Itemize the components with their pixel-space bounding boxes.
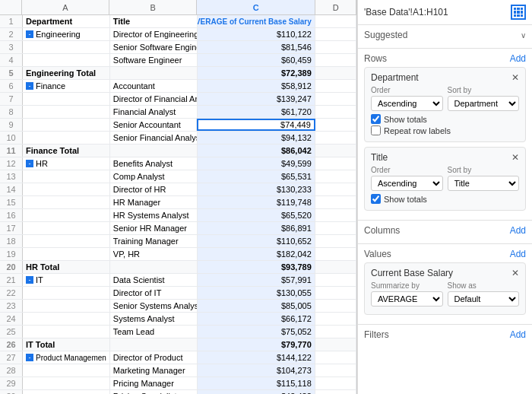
cell-b[interactable]: Pricing Manager bbox=[110, 377, 198, 389]
cell-a[interactable]: -HR bbox=[23, 157, 110, 170]
current-base-salary-close-button[interactable]: ✕ bbox=[511, 268, 519, 278]
cell-d[interactable] bbox=[315, 67, 356, 79]
table-row[interactable]: 6 -Finance Accountant $58,912 bbox=[0, 80, 356, 93]
table-row[interactable]: 17 Senior HR Manager $86,891 bbox=[0, 222, 356, 235]
cell-c[interactable]: $57,991 bbox=[198, 274, 315, 286]
table-row[interactable]: 10 Senior Financial Analyst $94,132 bbox=[0, 132, 356, 145]
cell-c[interactable]: $85,005 bbox=[198, 300, 315, 312]
cell-d[interactable] bbox=[315, 351, 356, 364]
cell-a[interactable] bbox=[23, 248, 110, 260]
table-row[interactable]: 3 Senior Software Engineer $81,546 bbox=[0, 41, 356, 54]
cell-d[interactable] bbox=[315, 145, 356, 157]
cell-a[interactable] bbox=[23, 183, 110, 195]
table-row[interactable]: 4 Software Engineer $60,459 bbox=[0, 54, 356, 67]
cell-b[interactable]: Senior Accountant bbox=[110, 119, 198, 131]
cell-c[interactable]: $65,520 bbox=[198, 209, 315, 221]
cell-c[interactable]: $58,912 bbox=[198, 80, 315, 92]
table-row[interactable]: 27 -Product Managemen Director of Produc… bbox=[0, 351, 356, 364]
title-order-select[interactable]: Ascending Descending bbox=[371, 176, 443, 191]
cell-a[interactable] bbox=[23, 326, 110, 338]
cell-d[interactable] bbox=[315, 274, 356, 286]
summarize-select[interactable]: AVERAGE SUM COUNT bbox=[371, 291, 443, 307]
cell-b[interactable]: Senior HR Manager bbox=[110, 222, 198, 234]
cell-d[interactable] bbox=[315, 287, 356, 299]
table-row[interactable]: 1 Department Title AVERAGE of Current Ba… bbox=[0, 15, 356, 28]
table-row[interactable]: 2 -Engineering Director of Engineering $… bbox=[0, 28, 356, 41]
cell-c[interactable]: $60,459 bbox=[198, 54, 315, 66]
table-row[interactable]: 19 VP, HR $182,042 bbox=[0, 248, 356, 261]
cell-c[interactable]: $81,546 bbox=[198, 41, 315, 53]
cell-d[interactable] bbox=[315, 326, 356, 338]
cell-b[interactable]: Accountant bbox=[110, 80, 198, 92]
department-close-button[interactable]: ✕ bbox=[511, 72, 519, 83]
cell-b[interactable]: Director of Product bbox=[110, 351, 198, 364]
cell-a[interactable] bbox=[23, 132, 110, 144]
table-row[interactable]: 13 Comp Analyst $65,531 bbox=[0, 170, 356, 183]
cell-a[interactable] bbox=[23, 54, 110, 66]
cell-c[interactable]: $115,118 bbox=[198, 377, 315, 389]
cell-a[interactable] bbox=[23, 196, 110, 208]
collapse-icon[interactable]: - bbox=[26, 276, 33, 284]
cell-d[interactable] bbox=[315, 209, 356, 221]
cell-a[interactable] bbox=[23, 313, 110, 325]
table-row[interactable]: 23 Senior Systems Analyst $85,005 bbox=[0, 300, 356, 313]
cell-b[interactable]: Team Lead bbox=[110, 326, 198, 338]
cell-d[interactable] bbox=[315, 183, 356, 195]
cell-a[interactable]: Department bbox=[23, 15, 110, 27]
cell-b[interactable]: Marketing Manager bbox=[110, 364, 198, 377]
cell-c[interactable]: $104,273 bbox=[198, 364, 315, 377]
cell-c[interactable]: $66,172 bbox=[198, 313, 315, 325]
cell-b[interactable]: Pricing Specialist bbox=[110, 390, 198, 394]
cell-d[interactable] bbox=[315, 196, 356, 208]
cell-d[interactable] bbox=[315, 54, 356, 66]
cell-b[interactable]: HR Manager bbox=[110, 196, 198, 208]
cell-b[interactable]: Director of Financial Analysis bbox=[110, 93, 198, 105]
cell-b[interactable]: Data Scientist bbox=[110, 274, 198, 286]
cell-d[interactable] bbox=[315, 248, 356, 260]
cell-b[interactable] bbox=[110, 145, 198, 157]
cell-a[interactable]: -Finance bbox=[23, 80, 110, 92]
table-row[interactable]: 16 HR Systems Analyst $65,520 bbox=[0, 209, 356, 222]
table-row[interactable]: 30 Pricing Specialist $43,433 bbox=[0, 390, 356, 394]
cell-c[interactable]: $144,122 bbox=[198, 351, 315, 364]
cell-c[interactable]: $94,132 bbox=[198, 132, 315, 144]
cell-a[interactable] bbox=[23, 106, 110, 118]
cell-b[interactable]: Training Manager bbox=[110, 235, 198, 247]
cell-a[interactable]: HR Total bbox=[23, 261, 110, 273]
table-row[interactable]: 20 HR Total $93,789 bbox=[0, 261, 356, 274]
department-sortby-select[interactable]: Department Value bbox=[448, 96, 520, 111]
table-row[interactable]: 28 Marketing Manager $104,273 bbox=[0, 364, 356, 377]
cell-c[interactable]: $93,789 bbox=[198, 261, 315, 273]
cell-a[interactable] bbox=[23, 364, 110, 377]
title-show-totals-checkbox[interactable] bbox=[371, 194, 381, 204]
cell-a[interactable]: Finance Total bbox=[23, 145, 110, 157]
table-row[interactable]: 21 -IT Data Scientist $57,991 bbox=[0, 274, 356, 287]
cell-c[interactable]: $182,042 bbox=[198, 248, 315, 260]
cell-b[interactable] bbox=[110, 338, 198, 351]
table-row[interactable]: 25 Team Lead $75,052 bbox=[0, 326, 356, 338]
cell-d[interactable] bbox=[315, 261, 356, 273]
cell-d[interactable] bbox=[315, 80, 356, 92]
table-row[interactable]: 29 Pricing Manager $115,118 bbox=[0, 377, 356, 390]
cell-a[interactable] bbox=[23, 119, 110, 131]
cell-c[interactable]: $110,122 bbox=[198, 28, 315, 40]
cell-d[interactable] bbox=[315, 338, 356, 351]
table-row[interactable]: 5 Engineering Total $72,389 bbox=[0, 67, 356, 80]
cell-c[interactable]: $139,247 bbox=[198, 93, 315, 105]
collapse-icon[interactable]: - bbox=[26, 30, 33, 38]
title-close-button[interactable]: ✕ bbox=[511, 152, 519, 163]
table-row[interactable]: 11 Finance Total $86,042 bbox=[0, 145, 356, 157]
cell-b[interactable]: HR Systems Analyst bbox=[110, 209, 198, 221]
cell-b[interactable]: VP, HR bbox=[110, 248, 198, 260]
cell-d[interactable] bbox=[315, 313, 356, 325]
cell-b[interactable]: Senior Software Engineer bbox=[110, 41, 198, 53]
cell-d[interactable] bbox=[315, 222, 356, 234]
cell-d[interactable] bbox=[315, 106, 356, 118]
cell-a[interactable] bbox=[23, 170, 110, 183]
grid-icon[interactable] bbox=[511, 5, 526, 20]
cell-a[interactable]: -Engineering bbox=[23, 28, 110, 40]
cell-b[interactable] bbox=[110, 261, 198, 273]
cell-c[interactable]: $86,891 bbox=[198, 222, 315, 234]
cell-d[interactable] bbox=[315, 15, 356, 27]
cell-d[interactable] bbox=[315, 157, 356, 170]
